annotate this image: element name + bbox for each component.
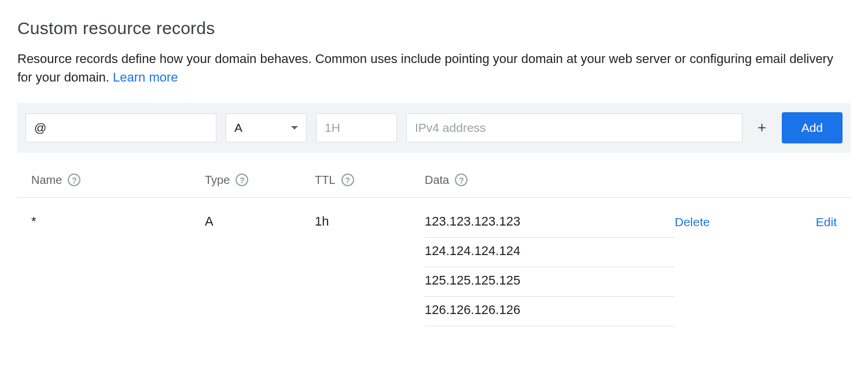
column-data: Data ? bbox=[425, 174, 675, 187]
add-data-row-button[interactable]: + bbox=[752, 119, 773, 136]
column-data-label: Data bbox=[425, 174, 449, 187]
column-ttl: TTL ? bbox=[315, 174, 425, 187]
data-value: 125.125.125.125 bbox=[425, 267, 675, 297]
record-type-select[interactable]: A bbox=[226, 113, 307, 142]
chevron-down-icon bbox=[291, 126, 298, 130]
column-ttl-label: TTL bbox=[315, 174, 336, 187]
column-name-label: Name bbox=[31, 174, 62, 187]
table-row: *A1h123.123.123.123124.124.124.124125.12… bbox=[17, 198, 851, 326]
help-icon[interactable]: ? bbox=[236, 174, 248, 186]
add-record-form: @ A 1H IPv4 address + Add bbox=[17, 103, 851, 153]
help-icon[interactable]: ? bbox=[455, 174, 468, 186]
record-ttl-placeholder: 1H bbox=[325, 121, 340, 135]
column-name: Name ? bbox=[31, 174, 205, 187]
table-header: Name ? Type ? TTL ? Data ? bbox=[17, 174, 851, 198]
cell-type: A bbox=[205, 214, 315, 229]
edit-button[interactable]: Edit bbox=[767, 214, 837, 229]
data-value: 124.124.124.124 bbox=[425, 238, 675, 267]
data-value: 123.123.123.123 bbox=[425, 214, 675, 238]
cell-data: 123.123.123.123124.124.124.124125.125.12… bbox=[425, 214, 675, 326]
help-icon[interactable]: ? bbox=[68, 174, 80, 186]
record-type-value: A bbox=[234, 121, 242, 135]
column-type: Type ? bbox=[205, 174, 315, 187]
learn-more-link[interactable]: Learn more bbox=[113, 70, 178, 84]
record-ttl-input[interactable]: 1H bbox=[316, 113, 397, 142]
help-icon[interactable]: ? bbox=[341, 174, 354, 186]
data-value: 126.126.126.126 bbox=[425, 297, 675, 326]
cell-ttl: 1h bbox=[315, 214, 425, 229]
delete-button[interactable]: Delete bbox=[675, 214, 767, 229]
description-text: Resource records define how your domain … bbox=[17, 50, 851, 87]
record-data-placeholder: IPv4 address bbox=[415, 121, 486, 135]
record-name-input[interactable]: @ bbox=[25, 113, 216, 142]
cell-name: * bbox=[31, 214, 205, 229]
add-record-button[interactable]: Add bbox=[782, 112, 843, 143]
record-data-input[interactable]: IPv4 address bbox=[406, 113, 742, 142]
records-table: Name ? Type ? TTL ? Data ? *A1h123.123.1… bbox=[17, 174, 851, 326]
page-title: Custom resource records bbox=[17, 19, 851, 38]
column-type-label: Type bbox=[205, 174, 230, 187]
record-name-value: @ bbox=[34, 121, 46, 135]
